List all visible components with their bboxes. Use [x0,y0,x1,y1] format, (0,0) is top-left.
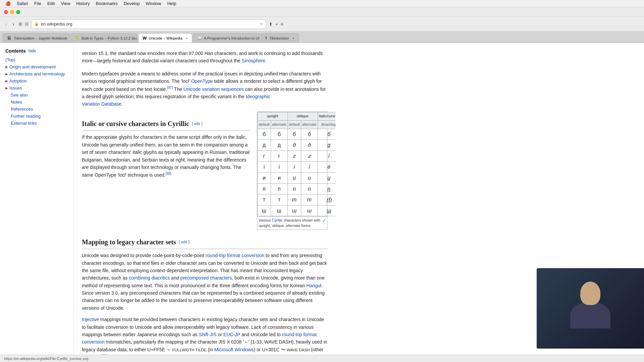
toc-item-external-links[interactable]: External links [5,120,68,127]
injective-link[interactable]: Injective [82,317,99,322]
combining-diacritics-link[interactable]: combining diacritics [129,275,170,281]
cell-i-4: í [301,162,318,173]
cyrillic-row-g: г г г ƨ ī [258,150,336,162]
edit-menu[interactable]: Edit [45,0,57,7]
round-trip-link[interactable]: round-trip format conversion [206,253,264,258]
cyrillic-text-1: If the appropriate glyphs for characters… [82,134,250,178]
cell-d-4: ð [301,140,318,151]
toc-item-see-also[interactable]: See also [5,92,68,99]
apple-menu[interactable]: 🍎 [3,0,13,7]
sinosphere-link[interactable]: Sinosphere [241,58,265,63]
tab-unicode[interactable]: W Unicode – Wikipedia × [138,33,192,43]
view-menu[interactable]: View [58,0,73,7]
contents-label: Contents [5,48,26,54]
forward-button[interactable]: › [11,20,15,28]
cell-p-3: п [287,183,301,194]
safari-menu[interactable]: Safari [14,0,31,7]
tab-label-python: Built-in Types – Python 3.12.2 documenta… [82,36,138,40]
tab-close-unicode[interactable]: × [186,36,188,40]
share-icon[interactable]: ⬆ [269,21,273,27]
address-bar[interactable]: 🔒 en.wikipedia.org ↻ [31,19,266,29]
toolbar: ‹ › ⊞ ⊟ 🔒 en.wikipedia.org ↻ ⬆ + ≡ [0,17,644,32]
cyrillic-row-d: д д д ð g [258,140,336,151]
legacy-paragraph-1: Unicode was designed to provide code-poi… [82,252,327,312]
section-italic-heading: Italic or cursive characters in Cyrillic… [82,118,250,131]
shiftjis-link[interactable]: Shift-JIS [199,332,217,337]
expand-icon[interactable]: ⤢ [322,218,326,224]
tab-favicon-python: 🐍 [75,36,79,40]
toc-link-notes[interactable]: Notes [11,100,22,105]
cyrillic-row-t: т т т m m̄ [258,194,336,205]
toc-link-issues[interactable]: Issues [9,85,22,90]
tab-label-unicode: Unicode – Wikipedia [149,36,182,40]
contents-header: Contents hide [5,48,68,54]
cell-b-1: б [258,129,271,140]
toc-link-architecture[interactable]: Architecture and terminology [9,71,65,76]
person-shoulders [570,302,610,328]
toc-link-further-reading[interactable]: Further reading [11,114,41,119]
cell-t-2: т [271,194,288,205]
toc-link-see-also[interactable]: See also [11,93,28,98]
reader-icon: ⊞ [18,21,22,26]
main-content: version 15.1, the standard now encodes m… [74,43,335,355]
cell-n-2: и [271,172,288,183]
develop-menu[interactable]: Develop [121,0,143,7]
tab-tiktokenizer[interactable]: T Tiktokenizer × [261,33,299,43]
cell-i-5: é [318,162,335,173]
toc-arrow-origin: ▶ [5,65,8,69]
statusbar-url: https://en.wikipedia.org/wiki/File:Cyril… [4,357,88,361]
mswindows-link[interactable]: Microsoft Windows [214,347,254,352]
hide-toc-button[interactable]: hide [29,49,36,53]
hangul-link[interactable]: Hangul [307,283,321,288]
cell-t-4: m [301,194,318,205]
toc-item-origin[interactable]: ▶ Origin and development [5,63,68,70]
help-menu[interactable]: Help [165,0,179,7]
cyrillic-link[interactable]: Cyrillic [272,218,283,222]
toc-item-top[interactable]: (Top) [5,56,68,63]
section-italic-edit-link[interactable]: [ edit ] [192,121,203,127]
lock-icon: 🔒 [34,22,39,26]
toc-link-top[interactable]: (Top) [5,57,15,62]
toc-link-references[interactable]: References [11,107,33,112]
minimize-button[interactable] [10,10,14,14]
add-tab-icon[interactable]: + [275,21,278,27]
window-menu[interactable]: Window [143,0,164,7]
cell-d-2: д [271,140,288,151]
opentype-link[interactable]: OpenType [191,78,213,84]
section-legacy-edit-link[interactable]: [ edit ] [179,239,190,245]
unicode-variation-link[interactable]: Unicode variation sequences [183,86,244,92]
toc-item-issues[interactable]: ▶ Issues [5,84,68,92]
sub-default-1: default [258,120,271,129]
toc-item-adoption[interactable]: ▶ Adoption [5,77,68,84]
toc-item-references[interactable]: References [5,106,68,113]
cyrillic-table: upright oblique italic/cursive default a… [257,112,335,216]
close-button[interactable] [4,10,8,14]
tab-jupyter[interactable]: 📓 Tokenization – Jupyter Notebook × [3,33,70,43]
tab-label-programmer: A Programmer's Introduction to Unicode –… [204,36,260,40]
precomposed-link[interactable]: precomposed characters [180,275,232,281]
history-menu[interactable]: History [73,0,92,7]
toc-item-further-reading[interactable]: Further reading [5,113,68,120]
cell-i-2: і [271,162,288,173]
maximize-button[interactable] [16,10,20,14]
eucjp-link[interactable]: EUC-JP [223,332,240,337]
statusbar: https://en.wikipedia.org/wiki/File:Cyril… [0,355,644,362]
url-text: en.wikipedia.org [41,21,72,26]
toc-link-external-links[interactable]: External links [11,121,37,126]
cell-d-3: д [287,140,301,151]
toc-link-adoption[interactable]: Adoption [9,78,26,83]
back-button[interactable]: ‹ [4,20,8,28]
tab-python[interactable]: 🐍 Built-in Types – Python 3.12.2 documen… [70,33,138,43]
toc-item-architecture[interactable]: ▶ Architecture and terminology [5,70,68,77]
sidebar-icon[interactable]: ≡ [281,21,283,27]
toc-link-origin[interactable]: Origin and development [9,64,56,69]
legacy-paragraph-2: Injective mappings must be provided betw… [82,316,327,355]
cell-sh-5: ш [318,205,335,216]
section-legacy-heading-text: Mapping to legacy character sets [82,237,176,247]
toc-item-notes[interactable]: Notes [5,99,68,106]
tab-close-tiktokenizer[interactable]: × [292,36,294,40]
tab-programmer[interactable]: 📖 A Programmer's Introduction to Unicode… [193,33,260,43]
reload-icon[interactable]: ↻ [260,22,263,26]
bookmarks-menu[interactable]: Bookmarks [93,0,120,7]
file-menu[interactable]: File [32,0,44,7]
